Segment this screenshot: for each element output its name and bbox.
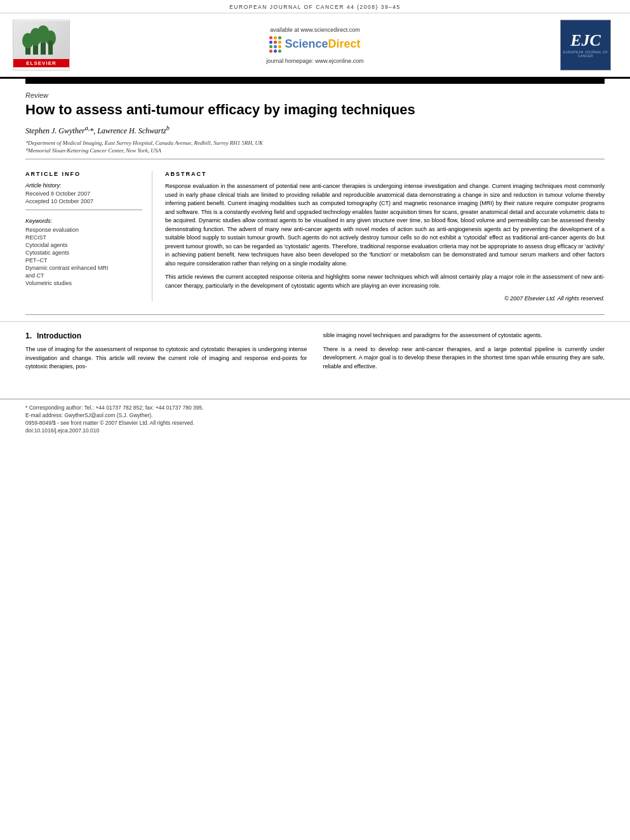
review-section: Review How to assess anti-tumour efficac… xyxy=(0,84,630,154)
section-1-paragraph-2: sible imaging novel techniques and parad… xyxy=(323,331,605,340)
keyword-1: Response evaluation xyxy=(25,227,142,233)
ejc-subtitle: EUROPEAN JOURNAL OF CANCER xyxy=(561,50,610,58)
doi-note: doi:10.1016/j.ejca.2007.10.010 xyxy=(25,427,605,434)
corresponding-author-note: * Corresponding author: Tel.: +44 01737 … xyxy=(25,404,605,411)
elsevier-logo: ELSEVIER xyxy=(13,20,70,70)
section-type-label: Review xyxy=(25,91,605,99)
svg-rect-7 xyxy=(48,41,53,55)
keyword-7: and CT xyxy=(25,272,142,279)
header-area: ELSEVIER available at www.sciencedirect.… xyxy=(0,13,630,79)
section-1-paragraph-3: There is a need to develop new anti-canc… xyxy=(323,345,605,371)
keyword-5: PET–CT xyxy=(25,257,142,263)
keyword-6: Dynamic contrast enhanced MRI xyxy=(25,265,142,271)
affiliation-a: ᵃDepartment of Medical Imaging, East Sur… xyxy=(25,140,605,146)
center-header: available at www.sciencedirect.com xyxy=(70,27,560,64)
author-names: Stephen J. Gwythera,*, Lawrence H. Schwa… xyxy=(25,126,170,135)
keywords-label: Keywords: xyxy=(25,218,142,224)
ejc-letters: EJC xyxy=(570,32,601,49)
section-1-number: 1. xyxy=(25,331,32,340)
received-date: Received 8 October 2007 xyxy=(25,190,142,197)
footer: * Corresponding author: Tel.: +44 01737 … xyxy=(0,399,630,440)
article-info-header: ARTICLE INFO xyxy=(25,171,142,177)
journal-header: EUROPEAN JOURNAL OF CANCER 44 (2008) 39–… xyxy=(0,0,630,13)
keyword-8: Volumetric studies xyxy=(25,280,142,286)
sd-dots-icon xyxy=(269,36,281,53)
sciencedirect-logo: ScienceDirect xyxy=(83,36,547,53)
intro-left-col: 1. Introduction The use of imaging for t… xyxy=(25,331,307,377)
ejc-logo: EJC EUROPEAN JOURNAL OF CANCER xyxy=(560,20,611,70)
article-info-abstract-section: ARTICLE INFO Article history: Received 8… xyxy=(0,164,630,308)
authors-line: Stephen J. Gwythera,*, Lawrence H. Schwa… xyxy=(25,124,605,136)
main-content: 1. Introduction The use of imaging for t… xyxy=(0,321,630,386)
keyword-2: RECIST xyxy=(25,234,142,241)
section-1-paragraph-1: The use of imaging for the assessment of… xyxy=(25,345,307,371)
sciencedirect-wordmark: ScienceDirect xyxy=(285,37,360,51)
section-1-title: Introduction xyxy=(37,331,81,340)
journal-header-text: EUROPEAN JOURNAL OF CANCER 44 (2008) 39–… xyxy=(229,4,401,10)
keyword-3: Cytocidal agents xyxy=(25,242,142,248)
abstract-column: ABSTRACT Response evaluation in the asse… xyxy=(165,171,605,302)
keywords-section: Keywords: Response evaluation RECIST Cyt… xyxy=(25,218,142,286)
article-history: Article history: Received 8 October 2007… xyxy=(25,182,142,204)
elsevier-tree-icon xyxy=(13,21,69,59)
article-info-column: ARTICLE INFO Article history: Received 8… xyxy=(25,171,152,302)
keyword-4: Cytostatic agents xyxy=(25,250,142,256)
section-1-heading: 1. Introduction xyxy=(25,331,307,340)
abstract-paragraph-2: This article reviews the current accepte… xyxy=(165,273,605,290)
intro-right-col: sible imaging novel techniques and parad… xyxy=(323,331,605,377)
article-title: How to assess anti-tumour efficacy by im… xyxy=(25,102,605,118)
history-label: Article history: xyxy=(25,182,142,189)
abstract-paragraph-1: Response evaluation in the assessment of… xyxy=(165,182,605,268)
abstract-copyright: © 2007 Elsevier Ltd. All rights reserved… xyxy=(165,295,605,302)
email-note: E-mail address: GwytherSJ@aol.com (S.J. … xyxy=(25,412,605,418)
accepted-date: Accepted 10 October 2007 xyxy=(25,198,142,204)
journal-homepage: journal homepage: www.ejconline.com xyxy=(83,58,547,64)
introduction-two-col: 1. Introduction The use of imaging for t… xyxy=(25,331,605,377)
affiliation-b: ᵇMemorial Sloan-Kettering Cancer Center,… xyxy=(25,147,605,154)
abstract-header: ABSTRACT xyxy=(165,171,605,177)
black-divider xyxy=(25,79,605,84)
available-text: available at www.sciencedirect.com xyxy=(83,27,547,33)
elsevier-label: ELSEVIER xyxy=(13,59,69,67)
issn-note: 0959-8049/$ - see front matter © 2007 El… xyxy=(25,420,605,426)
